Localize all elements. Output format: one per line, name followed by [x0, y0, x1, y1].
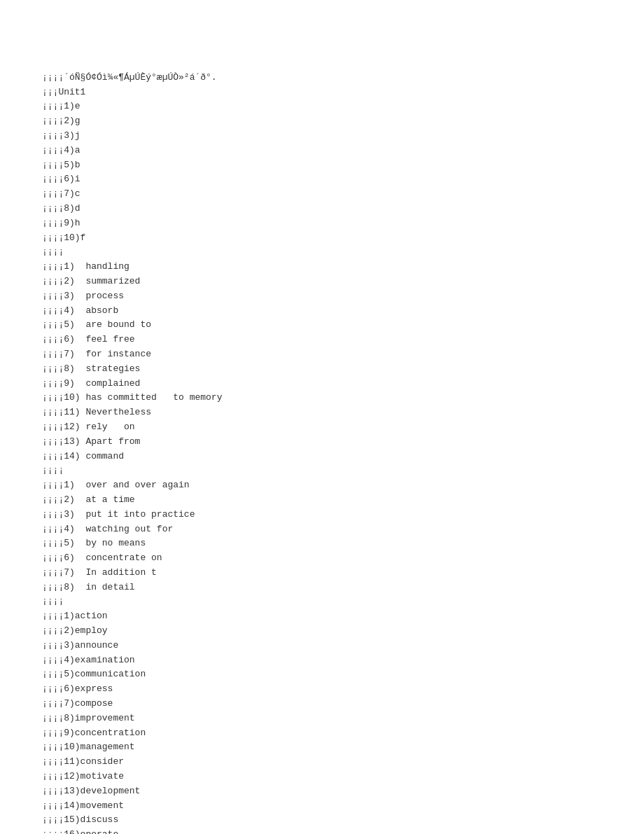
content-line-21: ¡¡¡¡8) strategies — [42, 362, 602, 377]
content-line-29: ¡¡¡¡1) over and over again — [42, 478, 602, 493]
content-line-51: ¡¡¡¡14)movement — [42, 799, 602, 814]
content-line-53: ¡¡¡¡16)operate — [42, 828, 602, 834]
content-line-38: ¡¡¡¡1)action — [42, 609, 602, 624]
content-line-22: ¡¡¡¡9) complained — [42, 377, 602, 391]
content-line-11: ¡¡¡¡9)h — [42, 216, 602, 231]
content-line-7: ¡¡¡¡5)b — [42, 158, 602, 173]
content-line-44: ¡¡¡¡7)compose — [42, 697, 602, 711]
content-line-5: ¡¡¡¡3)j — [42, 129, 602, 144]
content-line-3: ¡¡¡¡1)e — [42, 99, 602, 114]
content-line-25: ¡¡¡¡12) rely on — [42, 420, 602, 435]
content-line-19: ¡¡¡¡6) feel free — [42, 333, 602, 347]
content-line-34: ¡¡¡¡6) concentrate on — [42, 551, 602, 566]
content-line-43: ¡¡¡¡6)express — [42, 682, 602, 697]
content-line-24: ¡¡¡¡11) Nevertheless — [42, 405, 602, 420]
content-line-41: ¡¡¡¡4)examination — [42, 653, 602, 668]
content-line-18: ¡¡¡¡5) are bound to — [42, 318, 602, 333]
content-line-13: ¡¡¡¡ — [42, 245, 602, 260]
content-line-16: ¡¡¡¡3) process — [42, 289, 602, 304]
content-line-30: ¡¡¡¡2) at a time — [42, 493, 602, 508]
content-line-42: ¡¡¡¡5)communication — [42, 667, 602, 682]
content-line-40: ¡¡¡¡3)announce — [42, 639, 602, 653]
content-line-10: ¡¡¡¡8)d — [42, 202, 602, 216]
content-line-33: ¡¡¡¡5) by no means — [42, 536, 602, 551]
content-line-27: ¡¡¡¡14) command — [42, 450, 602, 464]
content-line-2: ¡¡¡Unit1 — [42, 85, 602, 100]
content-line-46: ¡¡¡¡9)concentration — [42, 726, 602, 741]
content-line-50: ¡¡¡¡13)development — [42, 784, 602, 799]
content-line-36: ¡¡¡¡8) in detail — [42, 581, 602, 595]
content-line-6: ¡¡¡¡4)a — [42, 144, 602, 158]
content-line-20: ¡¡¡¡7) for instance — [42, 347, 602, 362]
content-line-12: ¡¡¡¡10)f — [42, 231, 602, 246]
content-line-37: ¡¡¡¡ — [42, 595, 602, 609]
content-line-31: ¡¡¡¡3) put it into practice — [42, 508, 602, 522]
content-line-4: ¡¡¡¡2)g — [42, 114, 602, 129]
content-line-49: ¡¡¡¡12)motivate — [42, 770, 602, 784]
content-line-35: ¡¡¡¡7) In addition t — [42, 566, 602, 581]
content-line-47: ¡¡¡¡10)management — [42, 740, 602, 755]
content-line-45: ¡¡¡¡8)improvement — [42, 711, 602, 726]
content-line-14: ¡¡¡¡1) handling — [42, 260, 602, 274]
content-line-39: ¡¡¡¡2)employ — [42, 624, 602, 639]
content-line-26: ¡¡¡¡13) Apart from — [42, 435, 602, 450]
content-line-8: ¡¡¡¡6)i — [42, 172, 602, 187]
content-line-9: ¡¡¡¡7)c — [42, 187, 602, 202]
content-line-1: ¡¡¡¡´óÑ§Ó¢Óì¾«¶ÁµÚÈý°æµÚÒ»²á´ð°. — [42, 71, 602, 85]
content-line-52: ¡¡¡¡15)discuss — [42, 813, 602, 828]
content-line-32: ¡¡¡¡4) watching out for — [42, 522, 602, 537]
content-line-17: ¡¡¡¡4) absorb — [42, 304, 602, 319]
content-line-15: ¡¡¡¡2) summarized — [42, 274, 602, 289]
content-line-23: ¡¡¡¡10) has committed to memory — [42, 391, 602, 405]
main-content: ¡¡¡¡´óÑ§Ó¢Óì¾«¶ÁµÚÈý°æµÚÒ»²á´ð°.¡¡¡Unit1… — [42, 56, 602, 834]
content-line-28: ¡¡¡¡ — [42, 464, 602, 478]
content-line-48: ¡¡¡¡11)consider — [42, 755, 602, 770]
